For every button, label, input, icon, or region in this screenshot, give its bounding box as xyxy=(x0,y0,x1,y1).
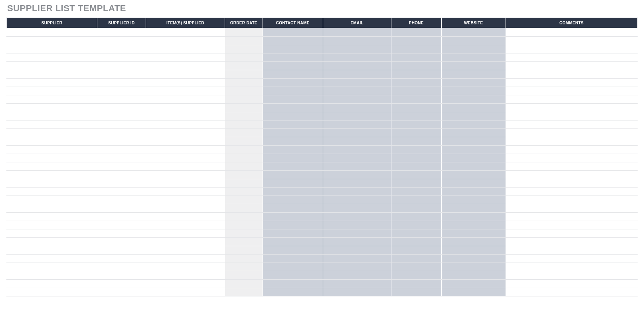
cell-website[interactable] xyxy=(441,196,506,204)
cell-website[interactable] xyxy=(441,171,506,179)
cell-items[interactable] xyxy=(146,288,225,296)
cell-supplier[interactable] xyxy=(7,53,97,62)
cell-order_date[interactable] xyxy=(225,120,263,129)
cell-order_date[interactable] xyxy=(225,204,263,213)
cell-supplier_id[interactable] xyxy=(97,62,146,70)
cell-order_date[interactable] xyxy=(225,263,263,271)
cell-comments[interactable] xyxy=(506,45,637,53)
cell-phone[interactable] xyxy=(391,255,441,263)
cell-contact[interactable] xyxy=(263,162,323,171)
cell-items[interactable] xyxy=(146,87,225,95)
cell-contact[interactable] xyxy=(263,196,323,204)
cell-order_date[interactable] xyxy=(225,79,263,87)
cell-email[interactable] xyxy=(323,204,391,213)
cell-phone[interactable] xyxy=(391,288,441,296)
cell-comments[interactable] xyxy=(506,221,637,229)
cell-website[interactable] xyxy=(441,154,506,162)
cell-supplier[interactable] xyxy=(7,196,97,204)
cell-order_date[interactable] xyxy=(225,112,263,120)
cell-supplier[interactable] xyxy=(7,171,97,179)
cell-website[interactable] xyxy=(441,28,506,37)
cell-supplier_id[interactable] xyxy=(97,238,146,246)
cell-comments[interactable] xyxy=(506,171,637,179)
cell-items[interactable] xyxy=(146,37,225,45)
cell-email[interactable] xyxy=(323,28,391,37)
cell-items[interactable] xyxy=(146,45,225,53)
cell-supplier_id[interactable] xyxy=(97,229,146,238)
cell-phone[interactable] xyxy=(391,70,441,79)
cell-website[interactable] xyxy=(441,104,506,112)
cell-items[interactable] xyxy=(146,120,225,129)
cell-items[interactable] xyxy=(146,171,225,179)
cell-contact[interactable] xyxy=(263,37,323,45)
cell-comments[interactable] xyxy=(506,196,637,204)
cell-email[interactable] xyxy=(323,280,391,288)
cell-contact[interactable] xyxy=(263,70,323,79)
cell-supplier[interactable] xyxy=(7,221,97,229)
cell-supplier[interactable] xyxy=(7,129,97,137)
cell-items[interactable] xyxy=(146,221,225,229)
cell-phone[interactable] xyxy=(391,162,441,171)
cell-comments[interactable] xyxy=(506,137,637,146)
cell-supplier_id[interactable] xyxy=(97,28,146,37)
cell-email[interactable] xyxy=(323,229,391,238)
cell-comments[interactable] xyxy=(506,188,637,196)
cell-supplier[interactable] xyxy=(7,179,97,188)
cell-email[interactable] xyxy=(323,104,391,112)
cell-comments[interactable] xyxy=(506,146,637,154)
cell-items[interactable] xyxy=(146,271,225,280)
cell-supplier_id[interactable] xyxy=(97,196,146,204)
cell-order_date[interactable] xyxy=(225,213,263,221)
cell-supplier[interactable] xyxy=(7,62,97,70)
cell-supplier_id[interactable] xyxy=(97,53,146,62)
cell-website[interactable] xyxy=(441,179,506,188)
cell-website[interactable] xyxy=(441,137,506,146)
cell-supplier[interactable] xyxy=(7,229,97,238)
cell-website[interactable] xyxy=(441,204,506,213)
cell-order_date[interactable] xyxy=(225,154,263,162)
cell-website[interactable] xyxy=(441,95,506,104)
cell-items[interactable] xyxy=(146,213,225,221)
cell-phone[interactable] xyxy=(391,62,441,70)
cell-order_date[interactable] xyxy=(225,70,263,79)
cell-comments[interactable] xyxy=(506,162,637,171)
cell-email[interactable] xyxy=(323,246,391,255)
cell-phone[interactable] xyxy=(391,263,441,271)
cell-contact[interactable] xyxy=(263,62,323,70)
cell-contact[interactable] xyxy=(263,112,323,120)
cell-contact[interactable] xyxy=(263,263,323,271)
cell-supplier_id[interactable] xyxy=(97,288,146,296)
cell-items[interactable] xyxy=(146,196,225,204)
cell-supplier[interactable] xyxy=(7,238,97,246)
cell-supplier[interactable] xyxy=(7,95,97,104)
cell-email[interactable] xyxy=(323,70,391,79)
cell-email[interactable] xyxy=(323,171,391,179)
cell-items[interactable] xyxy=(146,154,225,162)
cell-comments[interactable] xyxy=(506,238,637,246)
cell-email[interactable] xyxy=(323,221,391,229)
cell-items[interactable] xyxy=(146,28,225,37)
cell-supplier[interactable] xyxy=(7,45,97,53)
cell-email[interactable] xyxy=(323,188,391,196)
cell-contact[interactable] xyxy=(263,179,323,188)
cell-contact[interactable] xyxy=(263,95,323,104)
cell-comments[interactable] xyxy=(506,95,637,104)
cell-comments[interactable] xyxy=(506,37,637,45)
cell-email[interactable] xyxy=(323,120,391,129)
cell-order_date[interactable] xyxy=(225,28,263,37)
cell-website[interactable] xyxy=(441,146,506,154)
cell-supplier_id[interactable] xyxy=(97,70,146,79)
cell-phone[interactable] xyxy=(391,104,441,112)
cell-phone[interactable] xyxy=(391,154,441,162)
cell-phone[interactable] xyxy=(391,53,441,62)
cell-supplier_id[interactable] xyxy=(97,263,146,271)
cell-phone[interactable] xyxy=(391,229,441,238)
cell-supplier_id[interactable] xyxy=(97,120,146,129)
cell-order_date[interactable] xyxy=(225,37,263,45)
cell-phone[interactable] xyxy=(391,188,441,196)
cell-contact[interactable] xyxy=(263,129,323,137)
cell-supplier_id[interactable] xyxy=(97,37,146,45)
cell-contact[interactable] xyxy=(263,146,323,154)
cell-phone[interactable] xyxy=(391,137,441,146)
cell-supplier[interactable] xyxy=(7,271,97,280)
